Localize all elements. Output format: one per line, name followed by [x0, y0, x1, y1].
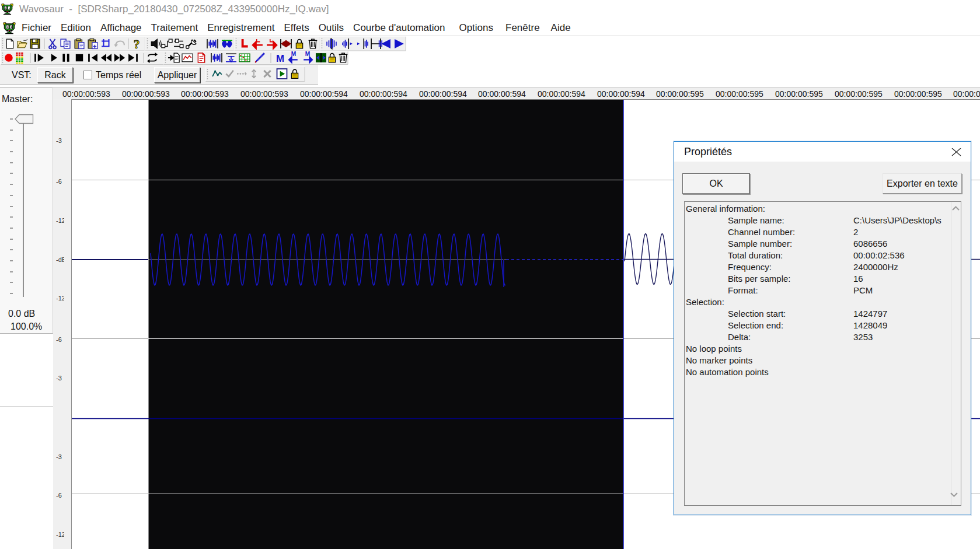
svg-text:?: ?: [134, 37, 140, 51]
svg-text:M: M: [276, 53, 284, 64]
svg-text:M: M: [291, 51, 296, 57]
svg-text:M: M: [305, 51, 310, 57]
